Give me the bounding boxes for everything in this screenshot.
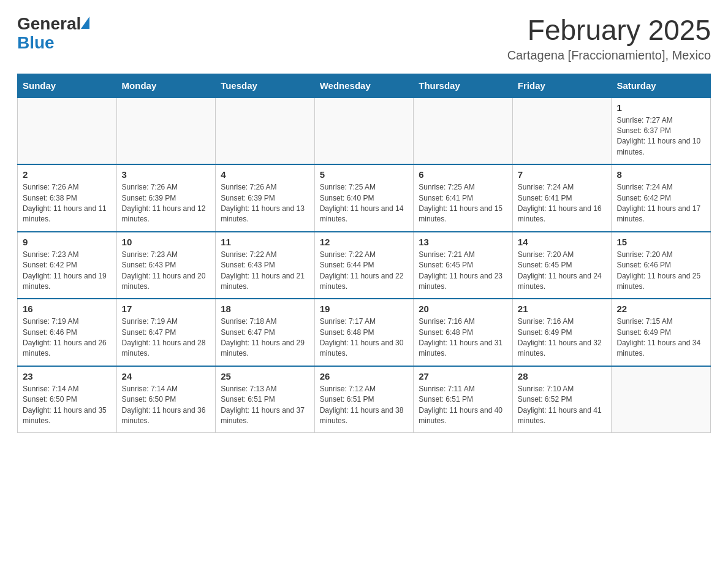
day-number: 19 (320, 304, 409, 314)
day-number: 16 (23, 304, 112, 314)
calendar-cell (414, 98, 513, 165)
day-number: 2 (23, 169, 112, 180)
calendar-cell: 10Sunrise: 7:23 AMSunset: 6:43 PMDayligh… (116, 232, 216, 299)
calendar-cell: 13Sunrise: 7:21 AMSunset: 6:45 PMDayligh… (414, 232, 513, 299)
day-info: Sunrise: 7:15 AMSunset: 6:49 PMDaylight:… (616, 316, 705, 359)
day-number: 7 (518, 169, 607, 180)
day-number: 26 (320, 371, 409, 381)
logo: General Blue (17, 15, 89, 53)
calendar-cell (612, 366, 711, 433)
month-title: February 2025 (507, 15, 711, 46)
weekday-header-monday: Monday (116, 74, 216, 98)
calendar-cell: 27Sunrise: 7:11 AMSunset: 6:51 PMDayligh… (414, 366, 513, 433)
logo-general-text: General (17, 15, 81, 34)
day-info: Sunrise: 7:14 AMSunset: 6:50 PMDaylight:… (122, 384, 211, 427)
day-info: Sunrise: 7:10 AMSunset: 6:52 PMDaylight:… (518, 384, 607, 427)
calendar-cell: 21Sunrise: 7:16 AMSunset: 6:49 PMDayligh… (512, 299, 612, 366)
day-info: Sunrise: 7:20 AMSunset: 6:45 PMDaylight:… (518, 250, 607, 293)
day-number: 12 (320, 237, 409, 247)
calendar-cell (216, 98, 315, 165)
weekday-header-wednesday: Wednesday (314, 74, 414, 98)
calendar-cell: 8Sunrise: 7:24 AMSunset: 6:42 PMDaylight… (612, 164, 711, 232)
calendar-cell: 16Sunrise: 7:19 AMSunset: 6:46 PMDayligh… (18, 299, 117, 366)
calendar-cell: 26Sunrise: 7:12 AMSunset: 6:51 PMDayligh… (314, 366, 414, 433)
day-number: 25 (221, 371, 309, 381)
calendar-cell: 28Sunrise: 7:10 AMSunset: 6:52 PMDayligh… (512, 366, 612, 433)
calendar-cell: 4Sunrise: 7:26 AMSunset: 6:39 PMDaylight… (216, 164, 315, 232)
weekday-header-row: SundayMondayTuesdayWednesdayThursdayFrid… (18, 74, 711, 98)
day-number: 3 (122, 169, 211, 180)
week-row-1: 1Sunrise: 7:27 AMSunset: 6:37 PMDaylight… (18, 98, 711, 165)
week-row-4: 16Sunrise: 7:19 AMSunset: 6:46 PMDayligh… (18, 299, 711, 366)
day-info: Sunrise: 7:19 AMSunset: 6:46 PMDaylight:… (23, 316, 112, 359)
day-number: 9 (23, 237, 112, 247)
day-info: Sunrise: 7:17 AMSunset: 6:48 PMDaylight:… (320, 316, 409, 359)
weekday-header-tuesday: Tuesday (216, 74, 315, 98)
day-info: Sunrise: 7:24 AMSunset: 6:42 PMDaylight:… (616, 182, 705, 225)
calendar-cell: 2Sunrise: 7:26 AMSunset: 6:38 PMDaylight… (18, 164, 117, 232)
location-title: Cartagena [Fraccionamiento], Mexico (507, 48, 711, 63)
day-number: 20 (419, 304, 507, 314)
page-header: General Blue February 2025 Cartagena [Fr… (17, 15, 711, 63)
calendar-cell (116, 98, 216, 165)
day-info: Sunrise: 7:11 AMSunset: 6:51 PMDaylight:… (419, 384, 507, 427)
week-row-3: 9Sunrise: 7:23 AMSunset: 6:42 PMDaylight… (18, 232, 711, 299)
calendar-cell: 15Sunrise: 7:20 AMSunset: 6:46 PMDayligh… (612, 232, 711, 299)
day-number: 4 (221, 169, 309, 180)
calendar-cell (18, 98, 117, 165)
week-row-2: 2Sunrise: 7:26 AMSunset: 6:38 PMDaylight… (18, 164, 711, 232)
day-info: Sunrise: 7:25 AMSunset: 6:40 PMDaylight:… (320, 182, 409, 225)
day-info: Sunrise: 7:22 AMSunset: 6:43 PMDaylight:… (221, 250, 309, 293)
day-number: 21 (518, 304, 607, 314)
day-info: Sunrise: 7:25 AMSunset: 6:41 PMDaylight:… (419, 182, 507, 225)
week-row-5: 23Sunrise: 7:14 AMSunset: 6:50 PMDayligh… (18, 366, 711, 433)
calendar-cell (314, 98, 414, 165)
calendar-cell: 6Sunrise: 7:25 AMSunset: 6:41 PMDaylight… (414, 164, 513, 232)
calendar-cell: 24Sunrise: 7:14 AMSunset: 6:50 PMDayligh… (116, 366, 216, 433)
day-info: Sunrise: 7:16 AMSunset: 6:49 PMDaylight:… (518, 316, 607, 359)
calendar-cell: 17Sunrise: 7:19 AMSunset: 6:47 PMDayligh… (116, 299, 216, 366)
day-number: 27 (419, 371, 507, 381)
day-info: Sunrise: 7:18 AMSunset: 6:47 PMDaylight:… (221, 316, 309, 359)
day-info: Sunrise: 7:24 AMSunset: 6:41 PMDaylight:… (518, 182, 607, 225)
calendar-cell: 11Sunrise: 7:22 AMSunset: 6:43 PMDayligh… (216, 232, 315, 299)
calendar-cell: 9Sunrise: 7:23 AMSunset: 6:42 PMDaylight… (18, 232, 117, 299)
day-info: Sunrise: 7:19 AMSunset: 6:47 PMDaylight:… (122, 316, 211, 359)
day-info: Sunrise: 7:12 AMSunset: 6:51 PMDaylight:… (320, 384, 409, 427)
day-number: 22 (616, 304, 705, 314)
day-info: Sunrise: 7:23 AMSunset: 6:43 PMDaylight:… (122, 250, 211, 293)
calendar-cell: 14Sunrise: 7:20 AMSunset: 6:45 PMDayligh… (512, 232, 612, 299)
calendar-cell: 20Sunrise: 7:16 AMSunset: 6:48 PMDayligh… (414, 299, 513, 366)
day-number: 17 (122, 304, 211, 314)
logo-blue-text: Blue (17, 33, 55, 52)
calendar-cell: 1Sunrise: 7:27 AMSunset: 6:37 PMDaylight… (612, 98, 711, 165)
day-info: Sunrise: 7:26 AMSunset: 6:38 PMDaylight:… (23, 182, 112, 225)
calendar-cell: 3Sunrise: 7:26 AMSunset: 6:39 PMDaylight… (116, 164, 216, 232)
calendar-cell: 22Sunrise: 7:15 AMSunset: 6:49 PMDayligh… (612, 299, 711, 366)
day-number: 8 (616, 169, 705, 180)
day-info: Sunrise: 7:21 AMSunset: 6:45 PMDaylight:… (419, 250, 507, 293)
calendar-cell: 23Sunrise: 7:14 AMSunset: 6:50 PMDayligh… (18, 366, 117, 433)
weekday-header-sunday: Sunday (18, 74, 117, 98)
logo-triangle-icon (81, 17, 89, 29)
day-info: Sunrise: 7:13 AMSunset: 6:51 PMDaylight:… (221, 384, 309, 427)
day-number: 23 (23, 371, 112, 381)
calendar-cell: 7Sunrise: 7:24 AMSunset: 6:41 PMDaylight… (512, 164, 612, 232)
day-info: Sunrise: 7:14 AMSunset: 6:50 PMDaylight:… (23, 384, 112, 427)
calendar-cell: 19Sunrise: 7:17 AMSunset: 6:48 PMDayligh… (314, 299, 414, 366)
calendar-cell: 12Sunrise: 7:22 AMSunset: 6:44 PMDayligh… (314, 232, 414, 299)
day-number: 15 (616, 237, 705, 247)
day-info: Sunrise: 7:23 AMSunset: 6:42 PMDaylight:… (23, 250, 112, 293)
day-info: Sunrise: 7:20 AMSunset: 6:46 PMDaylight:… (616, 250, 705, 293)
day-number: 5 (320, 169, 409, 180)
day-info: Sunrise: 7:26 AMSunset: 6:39 PMDaylight:… (221, 182, 309, 225)
calendar-table: SundayMondayTuesdayWednesdayThursdayFrid… (17, 74, 711, 434)
day-number: 13 (419, 237, 507, 247)
day-info: Sunrise: 7:27 AMSunset: 6:37 PMDaylight:… (616, 115, 705, 158)
day-info: Sunrise: 7:26 AMSunset: 6:39 PMDaylight:… (122, 182, 211, 225)
calendar-cell: 25Sunrise: 7:13 AMSunset: 6:51 PMDayligh… (216, 366, 315, 433)
day-number: 11 (221, 237, 309, 247)
calendar-cell: 5Sunrise: 7:25 AMSunset: 6:40 PMDaylight… (314, 164, 414, 232)
weekday-header-friday: Friday (512, 74, 612, 98)
day-number: 6 (419, 169, 507, 180)
